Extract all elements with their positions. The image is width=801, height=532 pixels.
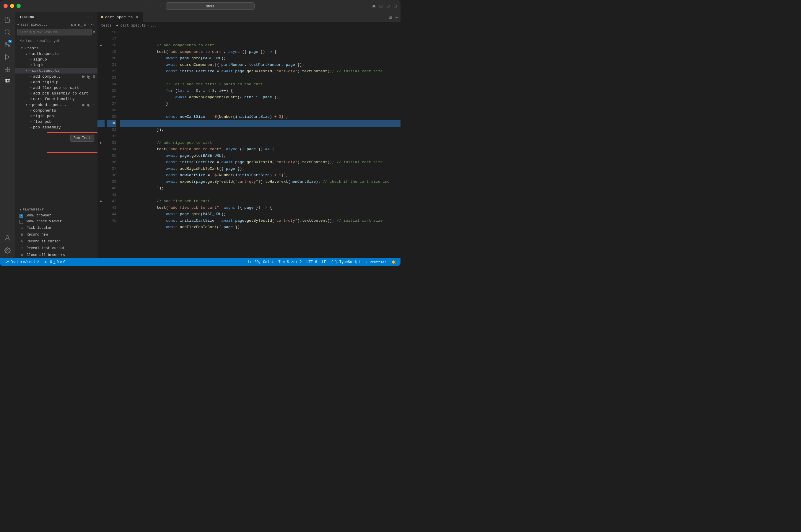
refresh-tests-icon[interactable]: ↻ — [71, 22, 73, 27]
status-branch[interactable]: ⎇ feature/tests* — [2, 258, 42, 266]
activity-search[interactable] — [2, 26, 13, 38]
status-prettier[interactable]: ✓ Prettier — [363, 258, 389, 266]
tree-item-components[interactable]: ○ components — [15, 108, 97, 113]
tree-item-add-pcb-assembly[interactable]: ○ add pcb assembly to cart — [15, 91, 97, 96]
goto-test-button[interactable]: ⊞ — [92, 74, 96, 79]
arrow-40 — [97, 185, 105, 192]
record-new-row[interactable]: ⊕ Record new — [15, 231, 97, 238]
record-at-cursor-row[interactable]: ✎ Record at cursor — [15, 238, 97, 245]
tree-actions-product: ▶ ▶̲ ⊞ — [81, 102, 96, 107]
customize-layout-icon[interactable]: ⊡ — [393, 3, 397, 8]
run-with-coverage-button[interactable]: ▶̲ — [87, 74, 91, 79]
reveal-test-output-row[interactable]: ⊟ Reveal test output — [15, 245, 97, 251]
show-browser-label: Show browser — [26, 213, 51, 217]
show-browser-row[interactable]: ✓ Show browser — [15, 213, 97, 218]
close-browsers-icon: ✕ — [19, 252, 24, 258]
line-18: test("add components to cart", async ({ … — [120, 42, 400, 49]
status-cursor[interactable]: Ln 30, Col 4 — [246, 258, 276, 266]
code-content[interactable]: ▶ ▶ — [97, 29, 400, 258]
line-39: }); — [120, 178, 400, 185]
show-browser-checkbox[interactable]: ✓ — [19, 214, 23, 217]
tree-item-add-rigid[interactable]: ○ add rigid p... — [15, 79, 97, 85]
activity-settings[interactable] — [2, 245, 13, 256]
run-test-button[interactable]: ▶ — [81, 74, 86, 79]
tree-item-flex-pcb[interactable]: ○ flex pcb — [15, 119, 97, 125]
breadcrumb-tests[interactable]: tests — [101, 24, 112, 28]
tree-item-auth-spec[interactable]: ▶ ○ auth.spec.ts — [15, 51, 97, 57]
tree-item-cart-spec[interactable]: ▼ ○ cart.spec.ts — [15, 68, 97, 74]
more-tests-icon[interactable]: ··· — [88, 22, 95, 27]
tree-item-product-spec[interactable]: ▼ ○ product.spec... ▶ ▶̲ ⊞ — [15, 102, 97, 108]
line-41: // add flex pcb to cart — [120, 192, 400, 198]
sidebar-toggle-icon[interactable]: ▣ — [372, 3, 376, 8]
status-language[interactable]: { } TypeScript — [329, 258, 363, 266]
activity-testing[interactable] — [2, 76, 13, 88]
run-arrow-33[interactable]: ▶ — [97, 140, 105, 146]
circle-icon-flex: ○ — [30, 120, 32, 124]
editor-layout-icon[interactable]: ⊟ — [379, 3, 383, 8]
circle-icon-auth: ○ — [29, 52, 31, 56]
svg-point-2 — [8, 45, 10, 47]
tree-item-pcb-assembly[interactable]: ○ pcb assembly — [15, 125, 97, 130]
run-arrow-42[interactable]: ▶ — [97, 198, 105, 205]
show-trace-row[interactable]: Show trace viewer — [15, 218, 97, 224]
close-button[interactable] — [3, 4, 8, 8]
filter-icon[interactable]: ⊞ — [93, 30, 95, 35]
nav-forward-button[interactable]: → — [155, 3, 164, 9]
activity-extensions[interactable] — [2, 64, 13, 75]
search-input[interactable] — [166, 2, 255, 10]
split-editor-right-icon[interactable]: ⊞ — [389, 15, 392, 19]
activity-explorer[interactable] — [2, 14, 13, 25]
sidebar-title: TESTING — [19, 15, 34, 19]
line-28: const newCartSize = `${Number(initialCar… — [120, 107, 400, 114]
status-encoding[interactable]: UTF-8 — [304, 258, 320, 266]
minimize-button[interactable] — [10, 4, 14, 8]
run-with-coverage-icon[interactable]: ▶̲ — [78, 22, 83, 27]
split-editor-icon[interactable]: ⊞ — [386, 3, 390, 8]
arrow-19 — [97, 49, 105, 55]
run-arrow-18[interactable]: ▶ — [97, 42, 105, 49]
svg-rect-6 — [5, 67, 7, 69]
nav-back-button[interactable]: ← — [146, 3, 154, 9]
editor-more-icon[interactable]: ··· — [395, 15, 398, 19]
status-tab-size[interactable]: Tab Size: 2 — [276, 258, 304, 266]
breadcrumb-sep-2: › — [147, 24, 149, 28]
tree-item-tests[interactable]: ▼ ○ tests — [15, 45, 97, 51]
run-product-coverage-button[interactable]: ▶̲ — [87, 102, 91, 107]
tab-cart-spec[interactable]: cart.spec.ts ✕ — [97, 12, 143, 22]
tab-close-button[interactable]: ✕ — [135, 15, 139, 19]
sidebar-header-icons: ··· — [85, 15, 93, 19]
status-errors[interactable]: ⊗ 10 △ 0 ⊘ 0 — [42, 258, 68, 266]
status-bell[interactable]: 🔔 — [389, 258, 398, 266]
tree-item-cart-functionality[interactable]: ○ cart functionality — [15, 96, 97, 102]
tree-item-login[interactable]: ○ login — [15, 62, 97, 68]
tree-item-add-flex[interactable]: ○ add flex pcb to cart — [15, 85, 97, 91]
arrow-36 — [97, 159, 105, 166]
more-options-icon[interactable]: ··· — [85, 15, 93, 19]
run-all-tests-icon[interactable]: ▶ — [74, 22, 77, 27]
breadcrumb-more[interactable]: ... — [150, 24, 157, 28]
test-explorer-arrow[interactable]: ▼ — [17, 23, 19, 26]
activity-source-control[interactable]: 5 — [2, 39, 13, 50]
line-22 — [120, 68, 400, 75]
close-browsers-row[interactable]: ✕ Close all browsers — [15, 251, 97, 258]
run-product-button[interactable]: ▶ — [81, 102, 86, 107]
breadcrumb: tests › ● cart.spec.ts › ... — [97, 22, 400, 29]
filter-input[interactable] — [17, 29, 92, 35]
collapse-all-icon[interactable]: ⊟ — [84, 22, 87, 27]
breadcrumb-file[interactable]: ● cart.spec.ts — [116, 24, 146, 28]
maximize-button[interactable] — [17, 4, 21, 8]
line-45: await addFlexPcbToCart({ page }): — [120, 217, 400, 224]
pick-locator-row[interactable]: ⊡ Pick locator — [15, 224, 97, 231]
activity-account[interactable] — [2, 232, 13, 244]
playwright-label[interactable]: ▼ PLAYWRIGHT — [15, 206, 97, 213]
tab-size-label: Tab Size: 2 — [278, 260, 301, 264]
show-trace-checkbox[interactable] — [19, 220, 23, 224]
status-eol[interactable]: LF — [320, 258, 329, 266]
activity-run-debug[interactable] — [2, 51, 13, 62]
tree-item-signup[interactable]: ○ signup — [15, 57, 97, 62]
tree-item-add-components[interactable]: ○ add compon... ▶ ▶̲ ⊞ — [15, 74, 97, 79]
tree-item-rigid-pcb[interactable]: ○ rigid pcb — [15, 113, 97, 119]
goto-product-button[interactable]: ⊞ — [92, 102, 96, 107]
tree-label-tests: tests — [27, 46, 97, 51]
